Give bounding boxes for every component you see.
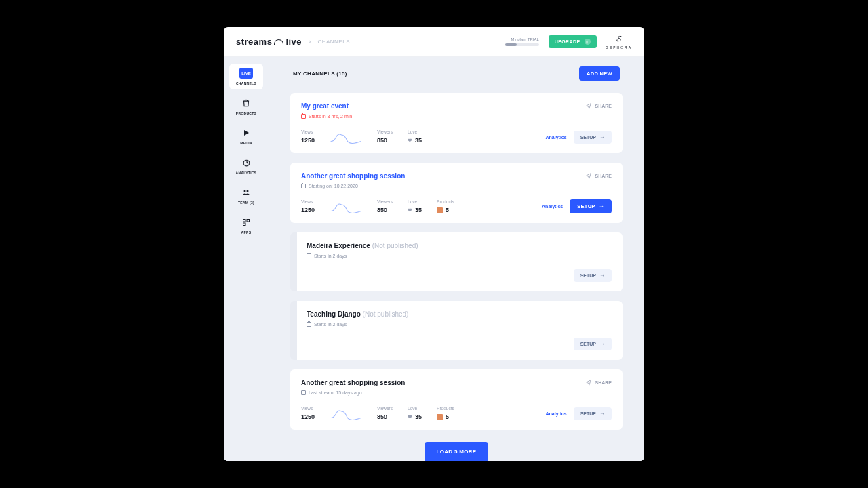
sparkline-icon — [330, 408, 362, 420]
sidebar: LIVE CHANNELS PRODUCTS MEDIA — [224, 57, 269, 461]
sidebar-item-apps[interactable]: APPS — [229, 213, 263, 239]
load-more-row: LOAD 5 MORE — [290, 442, 623, 461]
sidebar-item-label: APPS — [241, 230, 252, 235]
channel-stats: Views1250Viewers850Love❤35Products5Analy… — [301, 199, 612, 214]
calendar-icon — [307, 322, 311, 327]
channel-title[interactable]: Teaching Django (Not published) — [307, 310, 408, 318]
sidebar-item-label: PRODUCTS — [236, 111, 256, 115]
analytics-link[interactable]: Analytics — [546, 411, 567, 416]
plan-label: My plan: TRIAL — [511, 37, 538, 41]
plan-progress — [505, 43, 539, 46]
page-header: MY CHANNELS (15) ADD NEW — [290, 66, 623, 81]
client-name: SEPHORA — [606, 45, 632, 49]
play-icon — [239, 127, 253, 138]
heart-icon: ❤ — [408, 414, 412, 420]
stat-viewers: 850 — [377, 137, 393, 144]
topbar-right: My plan: TRIAL UPGRADE ⬆ 𝓢 SEPHORA — [505, 34, 632, 49]
stat-love: ❤35 — [408, 207, 422, 214]
breadcrumb[interactable]: CHANNELS — [317, 39, 350, 45]
share-icon — [585, 102, 592, 109]
arrow-right-icon: → — [599, 134, 605, 140]
channel-title[interactable]: My great event — [301, 102, 352, 110]
setup-button[interactable]: SETUP→ — [574, 407, 612, 420]
channel-stats: SETUP→ — [307, 338, 612, 350]
channel-card: Teaching Django (Not published)Starts in… — [290, 301, 623, 360]
sidebar-item-team[interactable]: TEAM (3) — [229, 183, 263, 209]
unpublished-tag: (Not published) — [372, 242, 418, 249]
sidebar-item-media[interactable]: MEDIA — [229, 123, 263, 149]
analytics-link[interactable]: Analytics — [542, 204, 563, 209]
stat-products: 5 — [437, 207, 454, 214]
channel-meta: Starts in 2 days — [307, 253, 418, 258]
channel-stats: Views1250Viewers850Love❤35Products5Analy… — [301, 406, 612, 420]
channel-meta: Starts in 3 hrs, 2 min — [301, 114, 352, 119]
main-content: MY CHANNELS (15) ADD NEW My great eventS… — [269, 57, 644, 461]
channel-title[interactable]: Madeira Experience (Not published) — [307, 242, 418, 249]
app-body: LIVE CHANNELS PRODUCTS MEDIA — [224, 57, 644, 461]
sparkline — [330, 201, 362, 214]
channel-title[interactable]: Another great shopping session — [301, 379, 405, 386]
bag-icon — [437, 414, 443, 420]
channel-card: Madeira Experience (Not published)Starts… — [290, 232, 623, 291]
plan-widget[interactable]: My plan: TRIAL — [505, 37, 539, 46]
stat-products: 5 — [437, 413, 454, 420]
share-button[interactable]: SHARE — [585, 172, 612, 179]
bag-icon — [239, 98, 253, 108]
upgrade-button[interactable]: UPGRADE ⬆ — [549, 35, 597, 48]
calendar-icon — [301, 184, 306, 188]
analytics-link[interactable]: Analytics — [546, 135, 567, 140]
topbar: streams live › CHANNELS My plan: TRIAL U… — [224, 27, 644, 57]
arrow-right-icon: → — [599, 411, 605, 417]
setup-button[interactable]: SETUP→ — [574, 338, 612, 350]
client-logo[interactable]: 𝓢 SEPHORA — [606, 34, 632, 49]
apps-icon — [239, 217, 253, 228]
calendar-icon — [307, 253, 311, 258]
calendar-icon — [301, 390, 306, 395]
share-button[interactable]: SHARE — [585, 379, 612, 386]
setup-button[interactable]: SETUP→ — [574, 131, 612, 144]
sparkline — [330, 131, 362, 144]
channel-stats: SETUP→ — [307, 269, 612, 282]
lock-icon: ⬆ — [585, 39, 591, 45]
channel-card: My great eventStarts in 3 hrs, 2 minSHAR… — [290, 93, 623, 153]
add-new-button[interactable]: ADD NEW — [579, 66, 620, 81]
stat-viewers: 850 — [377, 413, 393, 420]
team-icon — [239, 187, 253, 198]
stat-viewers: 850 — [377, 207, 393, 214]
channel-card: Another great shopping sessionLast strea… — [290, 369, 623, 430]
sidebar-item-label: MEDIA — [240, 141, 252, 145]
brand-block: streams live › CHANNELS — [236, 37, 350, 47]
stat-love: ❤35 — [408, 413, 422, 420]
sidebar-item-label: TEAM (3) — [238, 201, 254, 205]
sidebar-item-label: CHANNELS — [236, 81, 256, 85]
svg-rect-3 — [243, 220, 246, 222]
app-logo[interactable]: streams live — [236, 37, 302, 47]
share-icon — [585, 172, 592, 179]
channel-title[interactable]: Another great shopping session — [301, 172, 405, 180]
share-button[interactable]: SHARE — [585, 102, 612, 109]
logo-text-a: streams — [236, 37, 272, 47]
wave-icon — [274, 39, 283, 45]
svg-point-2 — [247, 190, 249, 192]
sparkline-icon — [330, 131, 362, 144]
sidebar-item-label: ANALYTICS — [236, 171, 257, 175]
unpublished-tag: (Not published) — [363, 310, 409, 318]
sidebar-item-channels[interactable]: LIVE CHANNELS — [229, 64, 263, 89]
setup-button[interactable]: SETUP→ — [570, 199, 612, 214]
stat-views: 1250 — [301, 207, 315, 214]
arrow-right-icon: → — [599, 203, 604, 209]
setup-button[interactable]: SETUP→ — [574, 269, 612, 282]
sparkline-icon — [330, 201, 362, 214]
stat-views: 1250 — [301, 413, 315, 420]
channel-card: Another great shopping sessionStarting o… — [290, 163, 623, 223]
arrow-right-icon: → — [599, 341, 605, 347]
load-more-button[interactable]: LOAD 5 MORE — [425, 442, 489, 461]
sidebar-item-analytics[interactable]: ANALYTICS — [229, 153, 263, 179]
upgrade-label: UPGRADE — [555, 39, 580, 44]
logo-text-b: live — [285, 37, 302, 47]
sidebar-item-products[interactable]: PRODUCTS — [229, 94, 263, 119]
calendar-icon — [301, 114, 306, 119]
heart-icon: ❤ — [408, 207, 412, 214]
page-title: MY CHANNELS (15) — [293, 70, 347, 77]
pie-icon — [239, 157, 253, 168]
